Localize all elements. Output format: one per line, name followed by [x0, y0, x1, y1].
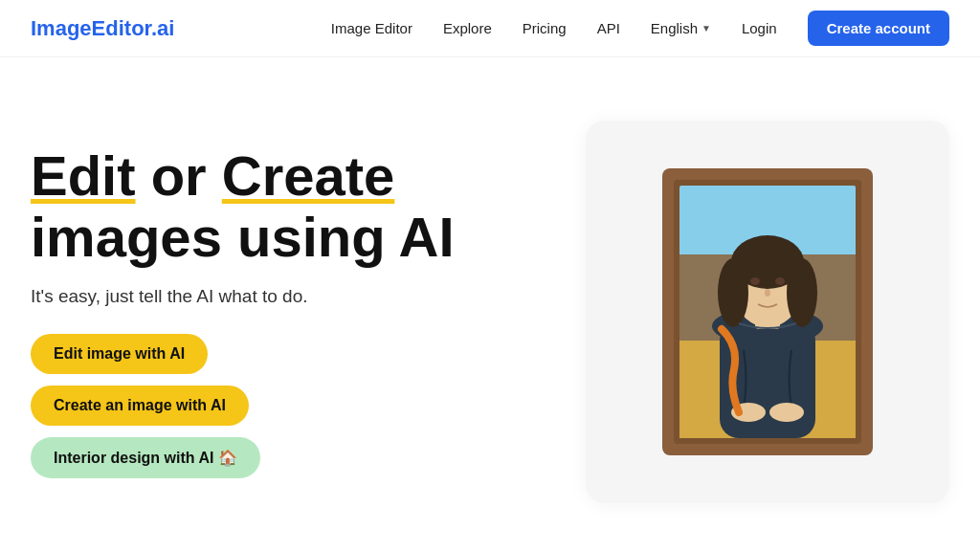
create-account-button[interactable]: Create account [808, 11, 949, 46]
hero-heading-line1: Edit or Create [31, 144, 394, 207]
hero-heading: Edit or Create images using AI [31, 145, 547, 268]
nav-links: Image Editor Explore Pricing API English… [331, 11, 949, 46]
create-image-button[interactable]: Create an image with AI [31, 386, 249, 426]
hero-right [586, 121, 949, 503]
nav-link-image-editor[interactable]: Image Editor [331, 20, 412, 36]
svg-point-13 [750, 277, 760, 285]
svg-point-11 [718, 258, 748, 327]
svg-point-15 [765, 289, 770, 297]
mona-lisa-illustration [653, 159, 882, 465]
hero-section: Edit or Create images using AI It's easy… [0, 57, 980, 551]
nav-link-api[interactable]: API [597, 20, 620, 36]
edit-image-button[interactable]: Edit image with AI [31, 334, 208, 374]
svg-point-17 [769, 403, 804, 422]
hero-buttons: Edit image with AI Create an image with … [31, 334, 547, 478]
nav-link-explore[interactable]: Explore [443, 20, 492, 36]
svg-point-14 [775, 277, 785, 285]
language-selector[interactable]: English ▼ [651, 20, 711, 36]
hero-subtitle: It's easy, just tell the AI what to do. [31, 286, 547, 307]
hero-image-card [586, 121, 949, 503]
hero-left: Edit or Create images using AI It's easy… [31, 145, 547, 479]
chevron-down-icon: ▼ [702, 23, 711, 33]
interior-design-button[interactable]: Interior design with AI 🏠 [31, 437, 260, 478]
navbar: ImageEditor.ai Image Editor Explore Pric… [0, 0, 980, 57]
login-button[interactable]: Login [742, 20, 777, 36]
nav-link-pricing[interactable]: Pricing [523, 20, 567, 36]
language-label: English [651, 20, 698, 36]
hero-heading-line2: images using AI [31, 206, 455, 268]
logo[interactable]: ImageEditor.ai [31, 16, 174, 41]
svg-point-12 [787, 258, 817, 327]
